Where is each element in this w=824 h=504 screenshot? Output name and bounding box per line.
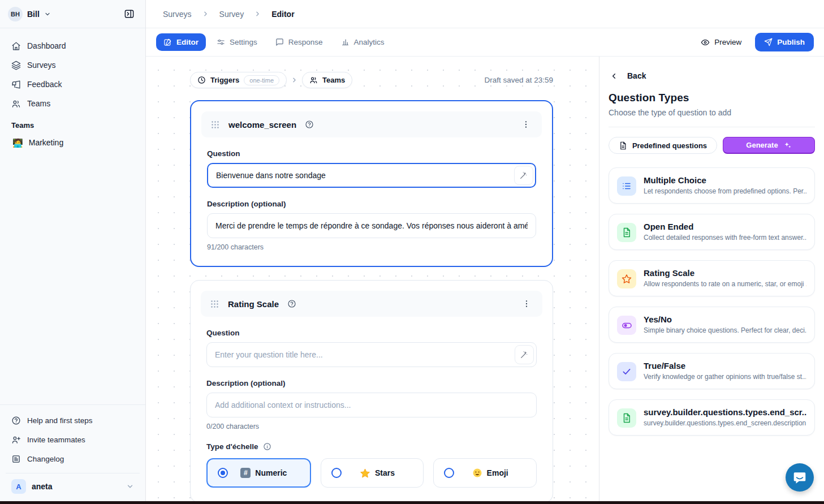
question-type-description: Simple binary choice questions. Perfect … bbox=[644, 326, 806, 334]
help-and-first-steps[interactable]: Help and first steps bbox=[6, 411, 140, 430]
radio-selected-icon bbox=[218, 468, 228, 478]
card-title: Rating Scale bbox=[228, 299, 279, 309]
scale-option-stars[interactable]: Stars bbox=[321, 458, 424, 488]
more-options-icon[interactable] bbox=[519, 118, 533, 131]
card-body: Question Description (optional) 91/200 c… bbox=[201, 149, 542, 251]
card-header: Rating Scale bbox=[201, 291, 542, 317]
chevron-down-icon[interactable] bbox=[44, 11, 51, 18]
toolbar: Editor Settings Response Analytics bbox=[146, 28, 824, 57]
triggers-chip[interactable]: Triggers one-time bbox=[190, 72, 287, 88]
chat-widget-button[interactable] bbox=[786, 463, 814, 492]
back-button[interactable]: Back bbox=[609, 67, 815, 92]
eye-icon bbox=[701, 38, 710, 47]
question-type-description: Allow respondents to rate on a numeric, … bbox=[644, 280, 806, 288]
predefined-questions-button[interactable]: Predefined questions bbox=[609, 137, 717, 154]
footer-item-label: Invite teammates bbox=[27, 436, 85, 444]
one-time-badge: one-time bbox=[244, 75, 279, 85]
megaphone-icon bbox=[11, 80, 21, 89]
question-type-multiple-choice[interactable]: Multiple Choice Let respondents choose f… bbox=[609, 167, 815, 204]
teams-chip[interactable]: Teams bbox=[302, 72, 352, 88]
clock-icon bbox=[197, 76, 206, 84]
changelog-icon bbox=[11, 454, 21, 464]
description-label: Description (optional) bbox=[206, 379, 537, 387]
question-type-open-ended[interactable]: Open Ended Collect detailed responses wi… bbox=[609, 214, 815, 250]
magic-wand-button[interactable] bbox=[515, 345, 534, 364]
survey-canvas: Triggers one-time Teams Draft saved at 2… bbox=[146, 57, 599, 504]
teams-chip-label: Teams bbox=[322, 76, 345, 84]
chevron-left-icon bbox=[610, 72, 618, 80]
preview-button[interactable]: Preview bbox=[695, 33, 747, 51]
drag-handle-icon[interactable] bbox=[210, 299, 219, 309]
panel-subtitle: Choose the type of question to add bbox=[609, 108, 815, 127]
breadcrumb-survey[interactable]: Survey bbox=[219, 10, 244, 19]
tab-label: Editor bbox=[176, 38, 199, 46]
avatar[interactable]: BH bbox=[8, 7, 23, 21]
collapse-sidebar-icon[interactable] bbox=[120, 6, 137, 23]
invite-teammates[interactable]: Invite teammates bbox=[6, 430, 140, 449]
user-name[interactable]: Bill bbox=[27, 10, 40, 19]
sidebar-item-label: Dashboard bbox=[27, 41, 66, 50]
toolbar-actions: Preview Publish bbox=[695, 33, 814, 51]
breadcrumb: Surveys Survey Editor bbox=[146, 0, 824, 28]
question-card-rating-scale[interactable]: Rating Scale Question bbox=[190, 280, 553, 503]
star-emoji-icon bbox=[360, 468, 370, 479]
question-input[interactable] bbox=[206, 342, 537, 367]
changelog[interactable]: Changelog bbox=[6, 449, 140, 468]
question-type-title: Multiple Choice bbox=[644, 175, 806, 185]
breadcrumb-editor: Editor bbox=[271, 10, 294, 19]
org-name: aneta bbox=[32, 482, 53, 491]
sidebar-item-feedback[interactable]: Feedback bbox=[6, 75, 140, 94]
canvas-toolbar: Triggers one-time Teams Draft saved at 2… bbox=[190, 72, 553, 88]
drag-handle-icon[interactable] bbox=[210, 120, 220, 130]
chevron-right-icon bbox=[291, 76, 298, 84]
question-input[interactable] bbox=[207, 163, 536, 188]
breadcrumb-surveys[interactable]: Surveys bbox=[163, 10, 192, 19]
question-type-description: Verify knowledge or gather opinions with… bbox=[644, 373, 806, 381]
question-type-title: survey.builder.questions.types.end_scr..… bbox=[644, 407, 806, 417]
scale-option-emoji[interactable]: Emoji bbox=[433, 458, 537, 488]
question-type-true-false[interactable]: True/False Verify knowledge or gather op… bbox=[609, 353, 815, 389]
footer-item-label: Changelog bbox=[27, 455, 64, 463]
description-input[interactable] bbox=[206, 393, 537, 417]
description-input[interactable] bbox=[207, 213, 536, 238]
question-card-welcome-screen[interactable]: welcome_screen Question bbox=[190, 100, 553, 267]
question-type-rating-scale[interactable]: Rating Scale Allow respondents to rate o… bbox=[609, 260, 815, 296]
tab-settings[interactable]: Settings bbox=[209, 33, 265, 51]
char-count: 0/200 characters bbox=[206, 423, 537, 430]
tab-editor[interactable]: Editor bbox=[156, 33, 206, 51]
char-count: 91/200 characters bbox=[207, 243, 536, 251]
main-area: Surveys Survey Editor Editor Setting bbox=[146, 0, 824, 504]
panel-actions: Predefined questions Generate bbox=[609, 137, 815, 154]
tab-response[interactable]: Response bbox=[268, 33, 330, 51]
publish-button[interactable]: Publish bbox=[755, 33, 814, 51]
team-name: Marketing bbox=[29, 138, 63, 147]
sliders-icon bbox=[217, 38, 225, 46]
sidebar-item-marketing[interactable]: 🧑‍💻 Marketing bbox=[6, 133, 140, 152]
question-type-description: Collect detailed responses with free-for… bbox=[644, 234, 806, 242]
magic-wand-button[interactable] bbox=[514, 166, 533, 185]
bar-chart-icon bbox=[341, 38, 350, 46]
generate-button[interactable]: Generate bbox=[723, 137, 815, 154]
sidebar-item-teams[interactable]: Teams bbox=[6, 94, 140, 113]
sidebar-item-surveys[interactable]: Surveys bbox=[6, 55, 140, 75]
question-type-end-screen[interactable]: survey.builder.questions.types.end_scr..… bbox=[609, 399, 815, 436]
scale-option-numeric[interactable]: # Numeric bbox=[206, 458, 311, 488]
smiley-emoji-icon bbox=[472, 468, 482, 478]
radio-icon bbox=[331, 468, 342, 478]
tab-analytics[interactable]: Analytics bbox=[334, 33, 392, 51]
question-type-yes-no[interactable]: Yes/No Simple binary choice questions. P… bbox=[609, 307, 815, 343]
description-input-wrap bbox=[207, 213, 536, 238]
edit-icon bbox=[163, 38, 172, 46]
question-input-wrap bbox=[207, 163, 536, 188]
more-options-icon[interactable] bbox=[520, 297, 533, 311]
star-icon bbox=[617, 269, 636, 288]
tab-label: Response bbox=[288, 38, 323, 46]
help-circle-icon[interactable] bbox=[305, 120, 314, 129]
org-switcher[interactable]: A aneta bbox=[6, 473, 140, 499]
info-circle-icon[interactable] bbox=[263, 442, 271, 451]
help-circle-icon[interactable] bbox=[287, 299, 296, 308]
window-bottom-edge bbox=[0, 501, 824, 504]
sidebar-item-dashboard[interactable]: Dashboard bbox=[6, 36, 140, 55]
sparkles-icon bbox=[783, 141, 792, 149]
chevron-right-icon bbox=[254, 10, 261, 18]
